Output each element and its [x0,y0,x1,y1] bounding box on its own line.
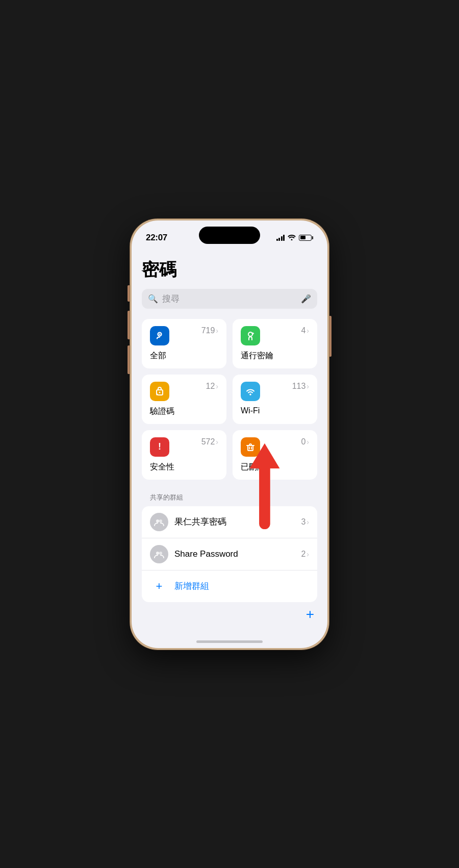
battery-icon [299,235,313,241]
svg-point-15 [159,552,162,555]
category-grid: 719 › 全部 + [142,319,317,480]
category-card-all[interactable]: 719 › 全部 [142,319,226,368]
page-title: 密碼 [142,258,317,282]
verification-count: 12 › [206,382,218,391]
shared-groups-list: 果仁共享密碼 3 › [142,506,317,602]
add-group-icon: + [150,577,168,596]
screen-content: 密碼 🔍 搜尋 🎤 [132,248,327,631]
passkey-count: 4 › [301,326,309,335]
mic-icon[interactable]: 🎤 [301,294,311,304]
add-group-item[interactable]: + 新增群組 [142,571,317,602]
group2-icon [150,545,168,563]
power-button [329,316,332,357]
wifi-icon [241,382,260,401]
list-item-group2[interactable]: Share Password 2 › [142,538,317,571]
status-time: 22:07 [146,233,167,243]
group2-name: Share Password [174,549,295,559]
wifi-status-icon [288,234,296,242]
svg-rect-11 [248,445,253,451]
volume-up-button [128,311,130,339]
search-bar[interactable]: 🔍 搜尋 🎤 [142,289,317,309]
passkey-chevron: › [307,327,309,335]
all-icon [150,326,169,345]
group1-icon [150,513,168,531]
group1-count: 3 › [301,517,309,527]
passkey-name: 通行密鑰 [241,351,309,361]
svg-text:!: ! [158,441,161,452]
verification-icon [150,382,169,401]
category-card-security[interactable]: ! 572 › 安全性 [142,430,226,480]
passkey-icon: + [241,326,260,345]
svg-point-13 [159,519,162,523]
group2-chevron: › [307,550,309,558]
list-item-group1[interactable]: 果仁共享密碼 3 › [142,506,317,538]
all-chevron: › [216,327,218,335]
status-icons [276,234,314,242]
deleted-chevron: › [307,438,309,446]
wifi-count: 113 › [292,382,309,391]
svg-point-8 [249,393,251,395]
volume-down-button [128,345,130,374]
deleted-count: 0 › [301,437,309,447]
search-placeholder: 搜尋 [162,293,297,305]
wifi-chevron: › [307,382,309,390]
category-card-verification[interactable]: 12 › 驗證碼 [142,375,226,424]
phone-screen: 22:07 [132,220,327,648]
search-icon: 🔍 [148,294,158,304]
add-group-label[interactable]: 新增群組 [174,580,209,592]
svg-point-7 [157,395,159,396]
verification-chevron: › [216,382,218,390]
group1-name: 果仁共享密碼 [174,516,295,528]
security-name: 安全性 [150,462,218,473]
deleted-icon [241,437,260,457]
bottom-add-button[interactable]: + [306,606,314,623]
mute-button [128,285,130,302]
deleted-name: 已刪除 [241,462,309,473]
svg-point-2 [248,332,252,336]
status-bar: 22:07 [132,220,327,248]
security-icon: ! [150,437,169,457]
signal-icon [276,235,285,241]
svg-point-6 [159,391,161,393]
security-count: 572 › [201,437,218,447]
home-indicator [196,640,263,643]
svg-text:+: + [252,332,254,335]
svg-point-14 [156,552,159,555]
verification-name: 驗證碼 [150,406,218,417]
group1-chevron: › [307,518,309,526]
category-card-wifi[interactable]: 113 › Wi-Fi [233,375,317,424]
svg-point-1 [159,333,161,335]
category-card-deleted[interactable]: 0 › 已刪除 [233,430,317,480]
all-count: 719 › [201,326,218,335]
category-card-passkey[interactable]: + 4 › 通行密鑰 [233,319,317,368]
phone-frame: 22:07 [130,219,329,650]
svg-point-12 [156,519,159,523]
group2-count: 2 › [301,550,309,559]
all-name: 全部 [150,351,218,361]
dynamic-island [199,227,260,244]
security-chevron: › [216,438,218,446]
wifi-name: Wi-Fi [241,406,309,415]
shared-section-label: 共享的群組 [142,493,317,502]
